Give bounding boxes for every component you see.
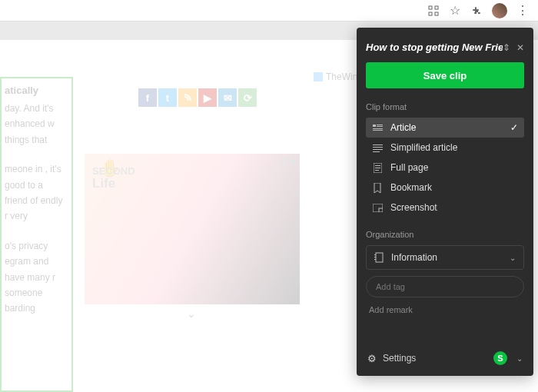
close-icon[interactable]: ✕	[516, 42, 524, 53]
format-label: Full page	[390, 162, 428, 173]
format-article[interactable]: Article ✓	[366, 118, 524, 138]
ad-brand: SECONDLife	[92, 166, 135, 191]
svg-rect-5	[377, 125, 383, 125]
profile-avatar[interactable]	[492, 3, 507, 18]
article-paragraph: meone in , it's good to a friend of endl…	[5, 161, 67, 224]
svg-rect-0	[429, 6, 432, 9]
svg-rect-16	[375, 170, 379, 171]
browser-menu-icon[interactable]: ⋮	[516, 5, 529, 17]
notebook-icon	[374, 252, 384, 263]
format-screenshot[interactable]: Screenshot	[366, 198, 524, 218]
svg-rect-14	[375, 165, 380, 166]
format-label: Bookmark	[390, 182, 432, 193]
qr-icon[interactable]	[427, 5, 440, 17]
share-icon[interactable]: ⟳	[238, 88, 257, 107]
svg-rect-8	[373, 130, 383, 131]
extensions-icon[interactable]	[470, 5, 483, 17]
svg-rect-12	[373, 151, 380, 152]
svg-rect-22	[374, 259, 376, 260]
chevron-down-icon[interactable]: ⌄	[187, 307, 196, 320]
youtube-icon[interactable]: ▶	[198, 88, 217, 107]
chevron-down-icon: ⌄	[510, 254, 516, 262]
mail-icon[interactable]: ✉	[218, 88, 237, 107]
article-icon	[372, 124, 383, 132]
save-clip-button[interactable]: Save clip	[366, 62, 524, 88]
article-paragraph: o's privacy egram and have many r someon…	[5, 238, 67, 317]
notebook-selector[interactable]: Information ⌄	[366, 245, 524, 270]
format-simplified[interactable]: Simplified article	[366, 138, 524, 158]
check-icon: ✓	[510, 122, 518, 133]
settings-row[interactable]: ⚙ Settings S ⌄	[367, 351, 523, 365]
svg-rect-6	[377, 126, 383, 127]
screenshot-icon	[372, 204, 383, 212]
star-icon[interactable]: ☆	[449, 5, 461, 17]
add-remark[interactable]: Add remark	[366, 305, 524, 314]
rss-icon[interactable]	[178, 88, 197, 107]
svg-rect-18	[379, 208, 383, 212]
twitter-icon[interactable]: t	[158, 88, 177, 107]
browser-toolbar: ☆ ⋮	[0, 0, 538, 22]
facebook-icon[interactable]: f	[138, 88, 157, 107]
format-label: Article	[390, 122, 416, 133]
settings-label: Settings	[383, 353, 416, 364]
ad-info-icon[interactable]: ⓘ ✕	[281, 157, 297, 168]
svg-rect-7	[373, 128, 383, 129]
article-heading: atically	[5, 85, 67, 96]
notebook-name: Information	[391, 252, 437, 263]
svg-rect-19	[376, 253, 383, 262]
bookmark-icon	[372, 183, 383, 193]
svg-rect-2	[429, 12, 432, 15]
svg-rect-11	[373, 149, 383, 150]
svg-rect-3	[435, 12, 438, 15]
article-paragraph: day. And it's enhanced w things that	[5, 101, 67, 148]
social-share-bar: f t ▶ ✉ ⟳	[138, 88, 257, 107]
format-label: Simplified article	[390, 142, 457, 153]
format-bookmark[interactable]: Bookmark	[366, 178, 524, 198]
svg-rect-1	[435, 6, 438, 9]
ad-banner[interactable]: ⓘ ✕ ✋ SECONDLife	[85, 154, 300, 304]
svg-rect-4	[373, 125, 376, 127]
simplified-icon	[372, 144, 383, 152]
chevron-down-icon: ⌄	[516, 354, 523, 363]
svg-rect-20	[374, 254, 376, 255]
clip-format-label: Clip format	[366, 102, 524, 111]
svg-rect-9	[373, 145, 383, 145]
account-badge[interactable]: S	[493, 351, 507, 365]
tag-input[interactable]	[366, 276, 524, 297]
clip-title: How to stop getting New Friend	[366, 42, 503, 53]
svg-rect-10	[373, 147, 383, 148]
web-clipper-panel: How to stop getting New Friend ⇕ ✕ Save …	[357, 28, 533, 376]
fullpage-icon	[372, 163, 383, 173]
format-label: Screenshot	[390, 202, 437, 213]
svg-rect-21	[374, 257, 376, 257]
format-fullpage[interactable]: Full page	[366, 158, 524, 178]
svg-rect-15	[375, 168, 380, 168]
article-selection-box: atically day. And it's enhanced w things…	[0, 77, 73, 392]
clip-format-list: Article ✓ Simplified article Full page B…	[366, 118, 524, 218]
expand-icon[interactable]: ⇕	[503, 42, 510, 53]
organization-label: Organization	[366, 230, 524, 239]
gear-icon: ⚙	[367, 353, 377, 364]
